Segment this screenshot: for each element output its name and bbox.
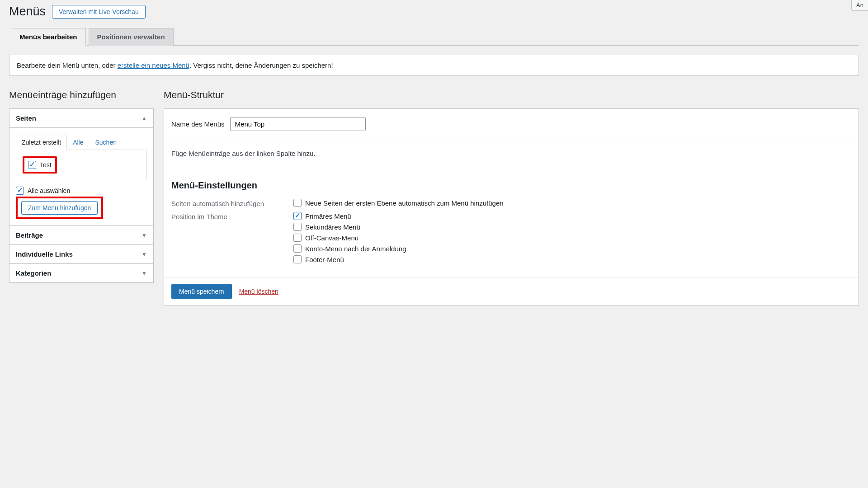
delete-menu-link[interactable]: Menü löschen: [239, 288, 278, 295]
select-all-pages-checkbox[interactable]: [16, 187, 24, 195]
auto-add-label: Seiten automatisch hinzufügen: [171, 199, 275, 207]
menu-name-input[interactable]: [230, 117, 366, 131]
edit-notice: Bearbeite dein Menü unten, oder erstelle…: [9, 55, 859, 76]
menu-instructions: Füge Menüeinträge aus der linken Spalte …: [164, 142, 859, 171]
location-account[interactable]: Konto-Menü nach der Anmeldung: [293, 244, 851, 253]
location-footer-label: Footer-Menü: [305, 256, 344, 263]
postbox-pages-title: Seiten: [16, 114, 36, 122]
location-offcanvas-checkbox[interactable]: [293, 234, 302, 242]
location-primary-label: Primäres Menü: [305, 212, 351, 220]
caret-down-icon: ▼: [142, 251, 147, 258]
screen-options-tab[interactable]: An: [851, 0, 868, 11]
location-primary[interactable]: Primäres Menü: [293, 212, 851, 220]
highlight-test-item: Test: [23, 156, 57, 174]
postbox-pages-toggle[interactable]: Seiten ▲: [9, 109, 153, 128]
page-item-test[interactable]: Test: [28, 161, 52, 169]
tab-recent[interactable]: Zuletzt erstellt: [16, 135, 67, 150]
location-account-label: Konto-Menü nach der Anmeldung: [305, 245, 406, 253]
notice-text-pre: Bearbeite dein Menü unten, oder: [17, 61, 118, 69]
page-header: Menüs Verwalten mit Live-Vorschau: [9, 0, 859, 28]
location-secondary[interactable]: Sekundäres Menü: [293, 223, 851, 231]
postbox-categories-toggle[interactable]: Kategorien ▼: [9, 264, 153, 282]
auto-add-checkbox[interactable]: [293, 199, 302, 207]
page-item-test-label: Test: [40, 161, 52, 169]
location-secondary-label: Sekundäres Menü: [305, 223, 360, 231]
location-footer-checkbox[interactable]: [293, 255, 302, 263]
page-item-test-checkbox[interactable]: [28, 161, 36, 169]
menu-edit-panel: Name des Menüs Füge Menüeinträge aus der…: [164, 108, 859, 306]
auto-add-option[interactable]: Neue Seiten der ersten Ebene automatisch…: [293, 199, 851, 207]
caret-up-icon: ▲: [142, 115, 147, 122]
select-all-pages[interactable]: Alle auswählen: [16, 187, 70, 195]
postbox-categories: Kategorien ▼: [9, 264, 154, 283]
add-to-menu-button[interactable]: Zum Menü hinzufügen: [21, 201, 98, 215]
tab-edit-menus[interactable]: Menüs bearbeiten: [11, 28, 86, 46]
location-account-checkbox[interactable]: [293, 244, 302, 253]
menu-settings-heading: Menü-Einstellungen: [171, 180, 851, 191]
pages-inner-tabs: Zuletzt erstellt Alle Suchen: [16, 134, 147, 150]
postbox-categories-title: Kategorien: [16, 269, 51, 277]
caret-down-icon: ▼: [142, 232, 147, 239]
highlight-add-button: Zum Menü hinzufügen: [16, 197, 103, 219]
auto-add-option-label: Neue Seiten der ersten Ebene automatisch…: [305, 199, 504, 207]
add-items-heading: Menüeinträge hinzufügen: [9, 89, 154, 100]
location-primary-checkbox[interactable]: [293, 212, 302, 220]
nav-tabs: Menüs bearbeiten Positionen verwalten: [11, 28, 859, 46]
postbox-custom-links-toggle[interactable]: Individuelle Links ▼: [9, 245, 153, 263]
create-new-menu-link[interactable]: erstelle ein neues Menü: [118, 61, 189, 69]
menu-name-label: Name des Menüs: [171, 120, 225, 128]
select-all-pages-label: Alle auswählen: [28, 187, 70, 194]
postbox-custom-links: Individuelle Links ▼: [9, 245, 154, 264]
menu-structure-heading: Menü-Struktur: [164, 89, 859, 100]
theme-location-label: Position im Theme: [171, 212, 275, 221]
tab-all[interactable]: Alle: [67, 135, 89, 150]
location-offcanvas-label: Off-Canvas-Menü: [305, 234, 359, 242]
location-offcanvas[interactable]: Off-Canvas-Menü: [293, 234, 851, 242]
notice-text-post: . Vergiss nicht, deine Änderungen zu spe…: [189, 61, 333, 69]
postbox-posts-title: Beiträge: [16, 231, 43, 239]
postbox-custom-links-title: Individuelle Links: [16, 250, 73, 258]
postbox-pages: Seiten ▲ Zuletzt erstellt Alle Suchen Te…: [9, 108, 154, 226]
location-secondary-checkbox[interactable]: [293, 223, 302, 231]
tab-manage-locations[interactable]: Positionen verwalten: [89, 28, 174, 46]
postbox-posts-toggle[interactable]: Beiträge ▼: [9, 226, 153, 244]
postbox-posts: Beiträge ▼: [9, 226, 154, 245]
save-menu-button[interactable]: Menü speichern: [171, 284, 232, 299]
live-preview-button[interactable]: Verwalten mit Live-Vorschau: [52, 5, 146, 19]
caret-down-icon: ▼: [142, 270, 147, 277]
location-footer[interactable]: Footer-Menü: [293, 255, 851, 263]
tab-search[interactable]: Suchen: [90, 135, 123, 150]
page-title: Menüs: [9, 5, 46, 19]
